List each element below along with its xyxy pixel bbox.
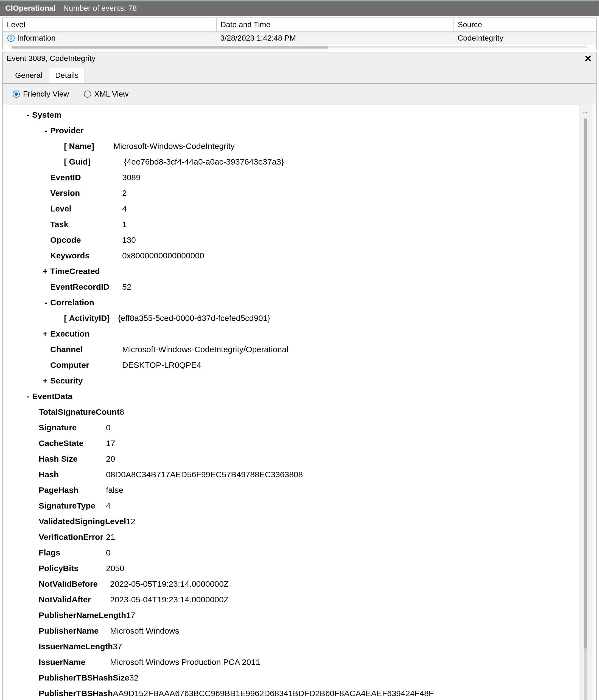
ed-signature-value: 0 — [106, 420, 111, 435]
node-security[interactable]: Security — [50, 373, 82, 389]
ed-page-hash-value: false — [106, 482, 123, 498]
toggle-icon[interactable]: - — [39, 123, 50, 138]
svg-rect-1 — [10, 38, 11, 40]
ed-verification-error: VerificationError — [39, 529, 106, 545]
node-correlation[interactable]: Correlation — [50, 295, 94, 310]
node-event-record-id[interactable]: EventRecordID — [50, 279, 122, 295]
grid-row[interactable]: Information 3/28/2023 1:42:48 PM CodeInt… — [3, 31, 596, 45]
toggle-icon[interactable]: + — [39, 373, 50, 389]
ed-cache-state: CacheState — [39, 435, 106, 451]
ed-not-valid-after-value: 2023-05-04T19:23:14.0000000Z — [110, 592, 229, 607]
ed-not-valid-before-value: 2022-05-05T19:23:14.0000000Z — [110, 576, 229, 592]
ed-issuer-name-length-value: 37 — [113, 639, 122, 654]
tab-details[interactable]: Details — [49, 68, 85, 83]
toggle-icon[interactable]: - — [21, 389, 32, 404]
ed-issuer-name-value: Microsoft Windows Production PCA 2011 — [110, 654, 260, 670]
grid-header-datetime[interactable]: Date and Time — [216, 18, 454, 31]
ed-publisher-name-length: PublisherNameLength — [39, 607, 126, 623]
ed-signature: Signature — [39, 420, 106, 435]
ed-total-signature-count-value: 8 — [119, 404, 124, 420]
ed-policy-bits: PolicyBits — [39, 560, 106, 576]
node-task[interactable]: Task — [50, 217, 122, 232]
grid-cell-level: Information — [17, 34, 56, 43]
panel-title: Event 3089, CodeIntegrity — [6, 54, 96, 63]
svg-point-2 — [10, 36, 11, 37]
info-icon — [7, 34, 15, 42]
ed-publisher-tbs-hash-size: PublisherTBSHashSize — [39, 670, 129, 685]
version-value: 2 — [122, 185, 127, 201]
ed-not-valid-after: NotValidAfter — [39, 592, 110, 607]
node-execution[interactable]: Execution — [50, 326, 90, 342]
radio-xml-label: XML View — [94, 90, 129, 98]
ed-hash: Hash — [39, 467, 106, 482]
event-grid: Level Date and Time Source Information 3… — [2, 18, 597, 49]
ed-verification-error-value: 21 — [106, 529, 115, 545]
grid-cell-datetime: 3/28/2023 1:42:48 PM — [216, 31, 454, 45]
node-level[interactable]: Level — [50, 201, 122, 217]
title-bar-name: CIOperational — [5, 4, 56, 12]
node-time-created[interactable]: TimeCreated — [50, 263, 100, 279]
grid-h-scrollbar[interactable] — [11, 45, 588, 49]
radio-friendly-view[interactable]: Friendly View — [13, 90, 69, 98]
tree-view[interactable]: -System -Provider [ Name]Microsoft-Windo… — [7, 105, 579, 700]
grid-cell-source: CodeIntegrity — [454, 31, 596, 45]
activity-id-value: {eff8a355-5ced-0000-637d-fcefed5cd901} — [118, 310, 270, 326]
radio-friendly-label: Friendly View — [23, 90, 69, 98]
ed-publisher-name-length-value: 17 — [126, 607, 135, 623]
channel-value: Microsoft-Windows-CodeIntegrity/Operatio… — [122, 342, 288, 357]
ed-publisher-name: PublisherName — [39, 623, 110, 639]
task-value: 1 — [122, 217, 127, 232]
ed-issuer-name: IssuerName — [39, 654, 110, 670]
node-system[interactable]: System — [32, 107, 62, 123]
ed-publisher-tbs-hash-size-value: 32 — [129, 670, 138, 685]
toggle-icon[interactable]: - — [21, 107, 32, 123]
activity-id-label: [ ActivityID] — [64, 310, 110, 326]
detail-panel: Event 3089, CodeIntegrity ✕ General Deta… — [2, 52, 597, 700]
ed-flags-value: 0 — [106, 545, 111, 560]
ed-publisher-tbs-hash-value: AA9D152FBAAA6763BCC969BB1E9962D68341BDFD… — [113, 685, 434, 700]
provider-guid-label: [ Guid] — [64, 154, 91, 170]
provider-name-value: Microsoft-Windows-CodeIntegrity — [113, 138, 235, 154]
ed-total-signature-count: TotalSignatureCount — [39, 404, 119, 420]
toggle-icon[interactable]: + — [39, 263, 50, 279]
node-channel[interactable]: Channel — [50, 342, 122, 357]
tab-strip: General Details — [3, 66, 596, 83]
ed-not-valid-before: NotValidBefore — [39, 576, 110, 592]
toggle-icon[interactable]: - — [39, 295, 50, 310]
radio-xml-view[interactable]: XML View — [84, 90, 129, 98]
grid-header-row: Level Date and Time Source — [3, 18, 596, 31]
node-computer[interactable]: Computer — [50, 357, 122, 373]
ed-hash-size-value: 20 — [106, 451, 115, 467]
tab-general[interactable]: General — [9, 68, 49, 83]
provider-guid-value: {4ee76bd8-3cf4-44a0-a0ac-3937643e37a3} — [124, 154, 284, 170]
node-provider[interactable]: Provider — [50, 123, 84, 138]
toggle-icon[interactable]: + — [39, 326, 50, 342]
opcode-value: 130 — [122, 232, 136, 248]
node-event-data[interactable]: EventData — [32, 389, 72, 404]
node-version[interactable]: Version — [50, 185, 122, 201]
grid-header-level[interactable]: Level — [3, 18, 217, 31]
ed-publisher-tbs-hash: PublisherTBSHash — [39, 685, 113, 700]
event-record-id-value: 52 — [122, 279, 131, 295]
title-bar-count: Number of events: 78 — [64, 4, 137, 12]
ed-page-hash: PageHash — [39, 482, 106, 498]
grid-header-source[interactable]: Source — [454, 18, 596, 31]
node-opcode[interactable]: Opcode — [50, 232, 122, 248]
chevron-up-icon[interactable]: ︿ — [582, 107, 589, 116]
radio-dot-icon — [13, 91, 20, 98]
computer-value: DESKTOP-LR0QPE4 — [122, 357, 201, 373]
ed-issuer-name-length: IssuerNameLength — [39, 639, 113, 654]
node-event-id[interactable]: EventID — [50, 170, 122, 185]
event-id-value: 3089 — [122, 170, 141, 185]
node-keywords[interactable]: Keywords — [50, 248, 122, 263]
close-icon[interactable]: ✕ — [584, 54, 593, 63]
ed-signature-type-value: 4 — [106, 498, 111, 514]
ed-hash-value: 08D0A8C34B717AED56F99EC57B49788EC3363808 — [106, 467, 303, 482]
keywords-value: 0x8000000000000000 — [122, 248, 204, 263]
level-value: 4 — [122, 201, 127, 217]
window-frame: CIOperational Number of events: 78 Level… — [0, 0, 599, 700]
ed-policy-bits-value: 2050 — [106, 560, 124, 576]
tree-v-scrollbar[interactable]: ︿ ﹀ — [579, 105, 592, 700]
ed-flags: Flags — [39, 545, 106, 560]
ed-signature-type: SignatureType — [39, 498, 106, 514]
